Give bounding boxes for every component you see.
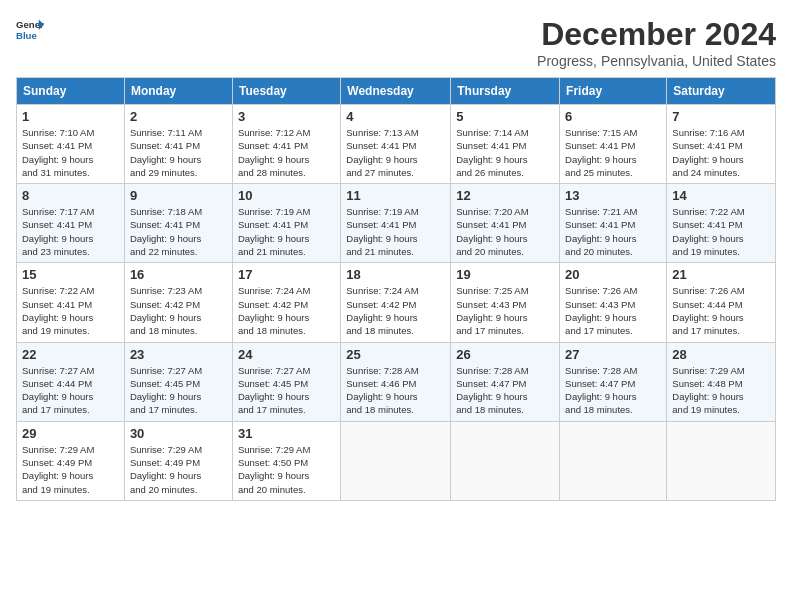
calendar-cell: 8Sunrise: 7:17 AM Sunset: 4:41 PM Daylig… xyxy=(17,184,125,263)
calendar-cell: 29Sunrise: 7:29 AM Sunset: 4:49 PM Dayli… xyxy=(17,421,125,500)
day-number: 6 xyxy=(565,109,661,124)
day-number: 10 xyxy=(238,188,335,203)
calendar-cell: 18Sunrise: 7:24 AM Sunset: 4:42 PM Dayli… xyxy=(341,263,451,342)
weekday-header: Thursday xyxy=(451,78,560,105)
day-info: Sunrise: 7:29 AM Sunset: 4:49 PM Dayligh… xyxy=(130,443,227,496)
svg-text:Blue: Blue xyxy=(16,30,37,41)
calendar-cell: 1Sunrise: 7:10 AM Sunset: 4:41 PM Daylig… xyxy=(17,105,125,184)
weekday-header: Friday xyxy=(560,78,667,105)
day-info: Sunrise: 7:27 AM Sunset: 4:45 PM Dayligh… xyxy=(130,364,227,417)
day-info: Sunrise: 7:24 AM Sunset: 4:42 PM Dayligh… xyxy=(346,284,445,337)
calendar-cell xyxy=(667,421,776,500)
day-number: 14 xyxy=(672,188,770,203)
calendar-table: SundayMondayTuesdayWednesdayThursdayFrid… xyxy=(16,77,776,501)
calendar-week-row: 1Sunrise: 7:10 AM Sunset: 4:41 PM Daylig… xyxy=(17,105,776,184)
day-info: Sunrise: 7:24 AM Sunset: 4:42 PM Dayligh… xyxy=(238,284,335,337)
day-info: Sunrise: 7:29 AM Sunset: 4:49 PM Dayligh… xyxy=(22,443,119,496)
day-number: 30 xyxy=(130,426,227,441)
day-number: 19 xyxy=(456,267,554,282)
calendar-week-row: 29Sunrise: 7:29 AM Sunset: 4:49 PM Dayli… xyxy=(17,421,776,500)
day-info: Sunrise: 7:26 AM Sunset: 4:43 PM Dayligh… xyxy=(565,284,661,337)
day-info: Sunrise: 7:28 AM Sunset: 4:47 PM Dayligh… xyxy=(456,364,554,417)
calendar-cell: 21Sunrise: 7:26 AM Sunset: 4:44 PM Dayli… xyxy=(667,263,776,342)
day-number: 1 xyxy=(22,109,119,124)
day-info: Sunrise: 7:19 AM Sunset: 4:41 PM Dayligh… xyxy=(346,205,445,258)
day-number: 16 xyxy=(130,267,227,282)
day-number: 22 xyxy=(22,347,119,362)
day-info: Sunrise: 7:27 AM Sunset: 4:44 PM Dayligh… xyxy=(22,364,119,417)
title-area: December 2024 Progress, Pennsylvania, Un… xyxy=(537,16,776,69)
day-number: 12 xyxy=(456,188,554,203)
month-title: December 2024 xyxy=(537,16,776,53)
day-info: Sunrise: 7:18 AM Sunset: 4:41 PM Dayligh… xyxy=(130,205,227,258)
calendar-cell xyxy=(341,421,451,500)
day-info: Sunrise: 7:14 AM Sunset: 4:41 PM Dayligh… xyxy=(456,126,554,179)
day-number: 27 xyxy=(565,347,661,362)
day-number: 15 xyxy=(22,267,119,282)
calendar-cell: 16Sunrise: 7:23 AM Sunset: 4:42 PM Dayli… xyxy=(124,263,232,342)
day-number: 11 xyxy=(346,188,445,203)
day-number: 29 xyxy=(22,426,119,441)
calendar-week-row: 22Sunrise: 7:27 AM Sunset: 4:44 PM Dayli… xyxy=(17,342,776,421)
calendar-cell: 25Sunrise: 7:28 AM Sunset: 4:46 PM Dayli… xyxy=(341,342,451,421)
day-number: 31 xyxy=(238,426,335,441)
weekday-header: Saturday xyxy=(667,78,776,105)
weekday-header: Tuesday xyxy=(232,78,340,105)
calendar-cell: 13Sunrise: 7:21 AM Sunset: 4:41 PM Dayli… xyxy=(560,184,667,263)
day-number: 3 xyxy=(238,109,335,124)
day-info: Sunrise: 7:28 AM Sunset: 4:47 PM Dayligh… xyxy=(565,364,661,417)
day-number: 18 xyxy=(346,267,445,282)
day-number: 4 xyxy=(346,109,445,124)
logo: General Blue xyxy=(16,16,44,44)
calendar-cell: 31Sunrise: 7:29 AM Sunset: 4:50 PM Dayli… xyxy=(232,421,340,500)
logo-icon: General Blue xyxy=(16,16,44,44)
header: General Blue December 2024 Progress, Pen… xyxy=(16,16,776,69)
day-info: Sunrise: 7:19 AM Sunset: 4:41 PM Dayligh… xyxy=(238,205,335,258)
day-number: 23 xyxy=(130,347,227,362)
calendar-cell xyxy=(560,421,667,500)
day-number: 8 xyxy=(22,188,119,203)
day-info: Sunrise: 7:29 AM Sunset: 4:50 PM Dayligh… xyxy=(238,443,335,496)
day-info: Sunrise: 7:25 AM Sunset: 4:43 PM Dayligh… xyxy=(456,284,554,337)
day-info: Sunrise: 7:29 AM Sunset: 4:48 PM Dayligh… xyxy=(672,364,770,417)
day-number: 17 xyxy=(238,267,335,282)
day-info: Sunrise: 7:12 AM Sunset: 4:41 PM Dayligh… xyxy=(238,126,335,179)
calendar-cell: 15Sunrise: 7:22 AM Sunset: 4:41 PM Dayli… xyxy=(17,263,125,342)
calendar-cell: 4Sunrise: 7:13 AM Sunset: 4:41 PM Daylig… xyxy=(341,105,451,184)
day-info: Sunrise: 7:22 AM Sunset: 4:41 PM Dayligh… xyxy=(672,205,770,258)
calendar-cell: 19Sunrise: 7:25 AM Sunset: 4:43 PM Dayli… xyxy=(451,263,560,342)
day-info: Sunrise: 7:11 AM Sunset: 4:41 PM Dayligh… xyxy=(130,126,227,179)
calendar-week-row: 15Sunrise: 7:22 AM Sunset: 4:41 PM Dayli… xyxy=(17,263,776,342)
calendar-cell: 11Sunrise: 7:19 AM Sunset: 4:41 PM Dayli… xyxy=(341,184,451,263)
calendar-cell: 17Sunrise: 7:24 AM Sunset: 4:42 PM Dayli… xyxy=(232,263,340,342)
calendar-cell: 6Sunrise: 7:15 AM Sunset: 4:41 PM Daylig… xyxy=(560,105,667,184)
weekday-header: Sunday xyxy=(17,78,125,105)
calendar-cell: 9Sunrise: 7:18 AM Sunset: 4:41 PM Daylig… xyxy=(124,184,232,263)
day-number: 20 xyxy=(565,267,661,282)
calendar-cell: 30Sunrise: 7:29 AM Sunset: 4:49 PM Dayli… xyxy=(124,421,232,500)
day-info: Sunrise: 7:21 AM Sunset: 4:41 PM Dayligh… xyxy=(565,205,661,258)
calendar-week-row: 8Sunrise: 7:17 AM Sunset: 4:41 PM Daylig… xyxy=(17,184,776,263)
day-number: 26 xyxy=(456,347,554,362)
calendar-cell: 23Sunrise: 7:27 AM Sunset: 4:45 PM Dayli… xyxy=(124,342,232,421)
calendar-cell: 28Sunrise: 7:29 AM Sunset: 4:48 PM Dayli… xyxy=(667,342,776,421)
day-info: Sunrise: 7:10 AM Sunset: 4:41 PM Dayligh… xyxy=(22,126,119,179)
day-number: 24 xyxy=(238,347,335,362)
day-info: Sunrise: 7:16 AM Sunset: 4:41 PM Dayligh… xyxy=(672,126,770,179)
calendar-cell: 24Sunrise: 7:27 AM Sunset: 4:45 PM Dayli… xyxy=(232,342,340,421)
day-info: Sunrise: 7:28 AM Sunset: 4:46 PM Dayligh… xyxy=(346,364,445,417)
day-info: Sunrise: 7:15 AM Sunset: 4:41 PM Dayligh… xyxy=(565,126,661,179)
day-number: 28 xyxy=(672,347,770,362)
calendar-cell: 7Sunrise: 7:16 AM Sunset: 4:41 PM Daylig… xyxy=(667,105,776,184)
calendar-cell: 22Sunrise: 7:27 AM Sunset: 4:44 PM Dayli… xyxy=(17,342,125,421)
calendar-cell: 10Sunrise: 7:19 AM Sunset: 4:41 PM Dayli… xyxy=(232,184,340,263)
weekday-header: Wednesday xyxy=(341,78,451,105)
location-title: Progress, Pennsylvania, United States xyxy=(537,53,776,69)
day-info: Sunrise: 7:13 AM Sunset: 4:41 PM Dayligh… xyxy=(346,126,445,179)
calendar-cell: 27Sunrise: 7:28 AM Sunset: 4:47 PM Dayli… xyxy=(560,342,667,421)
day-info: Sunrise: 7:23 AM Sunset: 4:42 PM Dayligh… xyxy=(130,284,227,337)
day-info: Sunrise: 7:26 AM Sunset: 4:44 PM Dayligh… xyxy=(672,284,770,337)
calendar-cell: 3Sunrise: 7:12 AM Sunset: 4:41 PM Daylig… xyxy=(232,105,340,184)
day-number: 13 xyxy=(565,188,661,203)
calendar-cell: 5Sunrise: 7:14 AM Sunset: 4:41 PM Daylig… xyxy=(451,105,560,184)
